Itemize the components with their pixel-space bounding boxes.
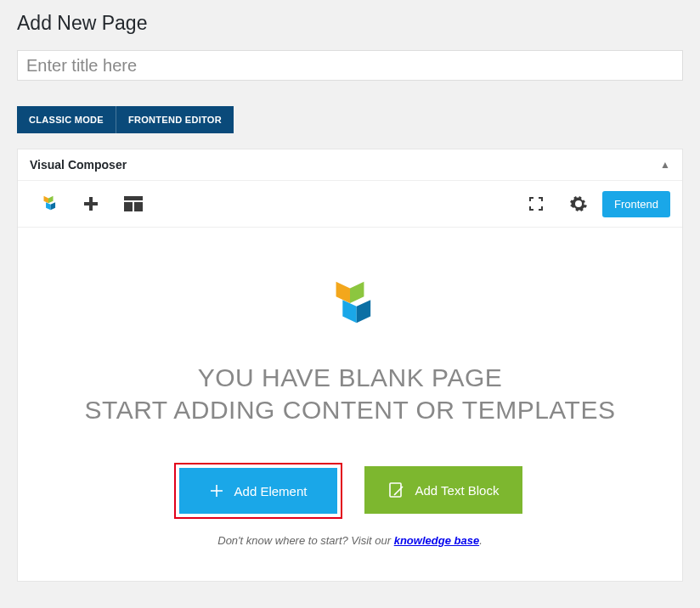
blank-heading: YOU HAVE BLANK PAGE START ADDING CONTENT…: [43, 362, 657, 425]
panel-title: Visual Composer: [30, 158, 127, 172]
svg-marker-12: [357, 300, 370, 323]
add-text-block-button[interactable]: Add Text Block: [364, 466, 523, 514]
edit-icon: [388, 481, 405, 498]
svg-rect-8: [134, 202, 143, 211]
frontend-editor-button[interactable]: FRONTEND EDITOR: [116, 106, 234, 133]
svg-marker-2: [46, 202, 51, 210]
vc-big-logo: [43, 279, 657, 328]
add-text-block-label: Add Text Block: [415, 483, 500, 498]
settings-button[interactable]: [560, 188, 597, 220]
plus-icon: [82, 195, 99, 212]
page-title: Add New Page: [17, 12, 683, 35]
fullscreen-icon: [528, 196, 544, 211]
svg-marker-9: [336, 282, 350, 303]
panel-header[interactable]: Visual Composer ▲: [18, 149, 682, 181]
cta-row: Add Element Add Text Block: [43, 463, 657, 519]
hint-prefix: Don't know where to start? Visit our: [217, 534, 393, 547]
vc-cube-icon: [325, 279, 375, 328]
blank-line2: START ADDING CONTENT OR TEMPLATES: [43, 394, 657, 426]
add-element-toolbar-button[interactable]: [72, 188, 110, 220]
hint-text: Don't know where to start? Visit our kno…: [43, 534, 657, 547]
svg-rect-7: [124, 202, 133, 211]
frontend-button[interactable]: Frontend: [602, 191, 670, 217]
svg-marker-11: [342, 300, 356, 323]
toolbar: Frontend: [18, 181, 682, 228]
vc-cube-icon: [39, 194, 58, 213]
gear-icon: [570, 195, 587, 212]
svg-marker-10: [350, 282, 364, 303]
plus-icon: [209, 483, 224, 498]
title-input[interactable]: [17, 50, 683, 81]
svg-marker-1: [48, 196, 54, 203]
knowledge-base-link[interactable]: knowledge base: [394, 534, 479, 547]
blank-line1: YOU HAVE BLANK PAGE: [43, 362, 657, 394]
svg-marker-3: [51, 202, 56, 210]
hint-suffix: .: [479, 534, 483, 547]
mode-toggle: CLASSIC MODE FRONTEND EDITOR: [17, 106, 683, 133]
svg-rect-5: [84, 202, 98, 205]
collapse-icon: ▲: [660, 159, 670, 171]
visual-composer-panel: Visual Composer ▲: [17, 149, 683, 582]
canvas-area: YOU HAVE BLANK PAGE START ADDING CONTENT…: [18, 228, 682, 581]
layout-icon: [124, 196, 143, 211]
svg-marker-0: [44, 196, 49, 203]
fullscreen-button[interactable]: [517, 188, 555, 220]
svg-rect-6: [124, 196, 143, 200]
vc-logo-button[interactable]: [30, 188, 67, 220]
add-element-highlight: Add Element: [174, 463, 342, 519]
add-text-block-wrap: Add Text Block: [361, 463, 527, 519]
classic-mode-button[interactable]: CLASSIC MODE: [17, 106, 116, 133]
templates-button[interactable]: [115, 188, 152, 220]
svg-line-16: [394, 493, 396, 495]
add-element-label: Add Element: [234, 484, 308, 498]
add-element-button[interactable]: Add Element: [179, 468, 337, 514]
